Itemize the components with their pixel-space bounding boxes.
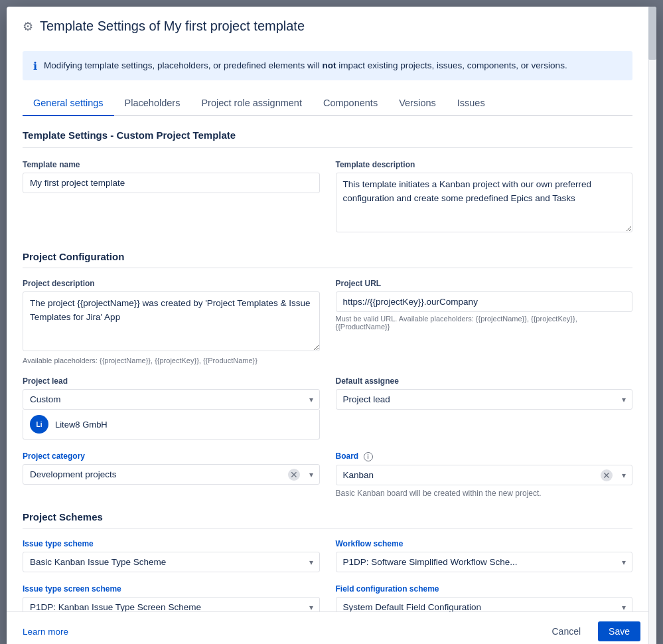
- info-icon: ℹ: [33, 60, 37, 72]
- issue-type-scheme-select-wrapper: Basic Kanban Issue Type Scheme ▾: [23, 552, 320, 572]
- template-name-label: Template name: [23, 160, 320, 169]
- scrollbar-thumb[interactable]: [648, 7, 656, 60]
- learn-more-link[interactable]: Learn more: [23, 627, 68, 637]
- tabs: General settings Placeholders Project ro…: [23, 91, 632, 116]
- template-name-col: Template name: [23, 160, 320, 235]
- project-lead-user-row: Li Litew8 GmbH: [23, 410, 320, 440]
- board-info-icon[interactable]: i: [364, 452, 373, 461]
- project-lead-col: Project lead Custom Unassigned Project C…: [23, 376, 320, 440]
- template-settings-section: Template Settings - Custom Project Templ…: [23, 129, 632, 235]
- issue-type-scheme-col: Issue type scheme Basic Kanban Issue Typ…: [23, 539, 320, 572]
- project-lead-select-wrapper: Custom Unassigned Project Creator ▾: [23, 389, 320, 410]
- modal-footer: Learn more Cancel Save: [7, 611, 656, 644]
- screen-field-row: Issue type screen scheme P1DP: Kanban Is…: [23, 584, 632, 611]
- issue-type-screen-scheme-col: Issue type screen scheme P1DP: Kanban Is…: [23, 584, 320, 611]
- template-settings-title: Template Settings - Custom Project Templ…: [23, 129, 632, 148]
- project-config-title: Project Configuration: [23, 251, 632, 268]
- workflow-scheme-select-wrapper: P1DP: Software Simplified Workflow Sche.…: [336, 552, 633, 572]
- field-config-scheme-col: Field configuration scheme System Defaul…: [336, 584, 633, 611]
- settings-icon: ⚙: [23, 19, 33, 34]
- field-config-scheme-select[interactable]: System Default Field Configuration: [336, 597, 633, 611]
- board-select-wrapper: Kanban Scrum ✕ ▾: [336, 465, 633, 485]
- project-description-label: Project description: [23, 279, 320, 288]
- project-lead-select[interactable]: Custom Unassigned Project Creator: [23, 389, 320, 410]
- template-name-description-row: Template name Template description This …: [23, 160, 632, 235]
- tab-issues[interactable]: Issues: [447, 91, 496, 116]
- template-description-label: Template description: [336, 160, 633, 169]
- info-banner-text: Modifying template settings, placeholder…: [44, 59, 567, 72]
- modal-body: ℹ Modifying template settings, placehold…: [7, 43, 656, 611]
- issue-type-screen-scheme-label[interactable]: Issue type screen scheme: [23, 584, 320, 594]
- workflow-scheme-label[interactable]: Workflow scheme: [336, 539, 633, 548]
- info-banner: ℹ Modifying template settings, placehold…: [23, 51, 632, 80]
- project-category-clear-button[interactable]: ✕: [288, 469, 300, 481]
- project-description-textarea[interactable]: The project {{projectName}} was created …: [23, 291, 320, 351]
- modal: ⚙ Template Settings of My first project …: [7, 7, 656, 644]
- project-schemes-section: Project Schemes Issue type scheme Basic …: [23, 511, 632, 611]
- modal-title: Template Settings of My first project te…: [40, 19, 305, 34]
- board-col: Board i Kanban Scrum ✕ ▾ Basic Kanban bo…: [336, 451, 633, 498]
- issue-type-scheme-label[interactable]: Issue type scheme: [23, 539, 320, 548]
- field-config-scheme-label[interactable]: Field configuration scheme: [336, 584, 633, 594]
- tab-general-settings[interactable]: General settings: [23, 91, 114, 116]
- default-assignee-col: Default assignee Project lead Unassigned…: [336, 376, 633, 440]
- board-clear-button[interactable]: ✕: [601, 469, 613, 481]
- lead-assignee-row: Project lead Custom Unassigned Project C…: [23, 376, 632, 440]
- tab-project-role-assignment[interactable]: Project role assignment: [190, 91, 313, 116]
- save-button[interactable]: Save: [598, 621, 640, 641]
- workflow-scheme-select[interactable]: P1DP: Software Simplified Workflow Sche.…: [336, 552, 633, 572]
- template-name-input[interactable]: [23, 173, 320, 193]
- tab-versions[interactable]: Versions: [388, 91, 447, 116]
- modal-header: ⚙ Template Settings of My first project …: [7, 7, 656, 43]
- project-category-select[interactable]: Development projects: [23, 464, 320, 485]
- project-description-col: Project description The project {{projec…: [23, 279, 320, 364]
- footer-buttons: Cancel Save: [541, 621, 640, 641]
- project-url-input[interactable]: [336, 291, 633, 312]
- cancel-button[interactable]: Cancel: [541, 621, 591, 641]
- project-configuration-section: Project Configuration Project descriptio…: [23, 251, 632, 498]
- field-config-scheme-select-wrapper: System Default Field Configuration ▾: [336, 597, 633, 611]
- issue-type-screen-scheme-select-wrapper: P1DP: Kanban Issue Type Screen Scheme ▾: [23, 597, 320, 611]
- project-category-label[interactable]: Project category: [23, 451, 320, 461]
- project-schemes-title: Project Schemes: [23, 511, 632, 528]
- tab-components[interactable]: Components: [313, 91, 388, 116]
- issue-workflow-row: Issue type scheme Basic Kanban Issue Typ…: [23, 539, 632, 572]
- issue-type-scheme-select[interactable]: Basic Kanban Issue Type Scheme: [23, 552, 320, 572]
- project-description-hint: Available placeholders: {{projectName}},…: [23, 357, 320, 364]
- scrollbar-track[interactable]: [648, 7, 656, 644]
- project-lead-label: Project lead: [23, 376, 320, 386]
- default-assignee-select[interactable]: Project lead Unassigned: [336, 389, 633, 410]
- board-select[interactable]: Kanban Scrum: [336, 465, 633, 485]
- template-description-textarea[interactable]: This template initiates a Kanban project…: [336, 173, 633, 232]
- project-url-hint: Must be valid URL. Available placeholder…: [336, 315, 633, 331]
- board-hint: Basic Kanban board will be created withi…: [336, 489, 633, 498]
- project-lead-user-name: Litew8 GmbH: [55, 420, 108, 430]
- template-description-col: Template description This template initi…: [336, 160, 633, 235]
- tab-placeholders[interactable]: Placeholders: [114, 91, 191, 116]
- avatar: Li: [30, 415, 48, 434]
- board-label[interactable]: Board i: [336, 451, 633, 461]
- desc-url-row: Project description The project {{projec…: [23, 279, 632, 364]
- project-url-col: Project URL Must be valid URL. Available…: [336, 279, 633, 364]
- default-assignee-label: Default assignee: [336, 376, 633, 386]
- issue-type-screen-scheme-select[interactable]: P1DP: Kanban Issue Type Screen Scheme: [23, 597, 320, 611]
- default-assignee-select-wrapper: Project lead Unassigned ▾: [336, 389, 633, 410]
- project-category-col: Project category Development projects ✕ …: [23, 451, 320, 498]
- project-category-select-wrapper: Development projects ✕ ▾: [23, 464, 320, 485]
- category-board-row: Project category Development projects ✕ …: [23, 451, 632, 498]
- workflow-scheme-col: Workflow scheme P1DP: Software Simplifie…: [336, 539, 633, 572]
- project-url-label: Project URL: [336, 279, 633, 288]
